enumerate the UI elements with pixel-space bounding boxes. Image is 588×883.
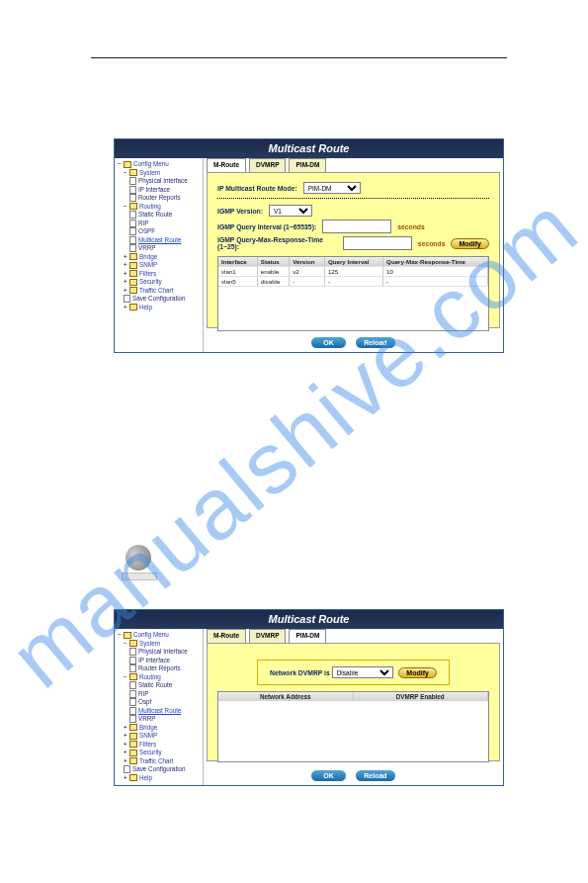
tree-item[interactable]: +Filters <box>118 270 201 279</box>
tree-item[interactable]: +SNMP <box>118 732 201 741</box>
tree-routing[interactable]: −Routing <box>118 673 201 682</box>
page-icon <box>129 236 136 244</box>
tree-item[interactable]: IP Interface <box>118 657 201 665</box>
tab-mroute[interactable]: M-Route <box>207 629 246 643</box>
version-row: IGMP Version: V1 <box>217 205 489 217</box>
tree-root[interactable]: −Config Menu <box>118 631 201 640</box>
feather-icon <box>122 541 156 575</box>
tree-item[interactable]: VRRP <box>118 244 201 253</box>
tree-label: SNMP <box>139 732 157 739</box>
tree-label: Security <box>139 278 162 285</box>
config-tree: −Config Menu −System Physical Interface … <box>115 158 204 352</box>
cell: - <box>290 277 325 287</box>
tree-label: RIP <box>138 220 149 226</box>
tree-label: Filters <box>139 741 156 748</box>
tree-item[interactable]: Static Route <box>118 681 201 690</box>
ok-button[interactable]: OK <box>311 770 346 781</box>
max-response-input[interactable] <box>343 236 412 250</box>
tree-item[interactable]: +SNMP <box>118 261 201 270</box>
tree-item-multicast[interactable]: Multicast Route <box>118 236 201 245</box>
tree-item[interactable]: +Security <box>118 278 201 287</box>
tree-item[interactable]: +Security <box>118 749 201 757</box>
col-status: Status <box>257 257 289 267</box>
tree-item[interactable]: Physical Interface <box>118 648 201 657</box>
tree-item[interactable]: Save Configuration <box>118 295 201 304</box>
tree-system[interactable]: −System <box>118 169 201 178</box>
dvmrp-select[interactable]: Disable <box>332 666 393 678</box>
tree-item[interactable]: Router Reports <box>118 664 201 673</box>
page-icon <box>129 220 136 227</box>
reload-button[interactable]: Reload <box>356 337 394 348</box>
table-row[interactable]: vlan5 disable - - - <box>218 277 488 287</box>
tree-item[interactable]: +Traffic Chart <box>118 287 201 296</box>
version-select[interactable]: V1 <box>269 205 312 217</box>
mode-select[interactable]: PIM-DM <box>303 182 361 194</box>
tree-item[interactable]: Router Reports <box>118 194 201 203</box>
tree-item[interactable]: OSPF <box>118 227 201 236</box>
version-label: IGMP Version: <box>217 208 263 215</box>
max-response-label: IGMP Query-Max-Response-Time (1~25): <box>217 236 337 250</box>
tree-item-multicast[interactable]: Multicast Route <box>118 707 201 716</box>
bottom-button-bar: OK Reload <box>204 331 503 349</box>
cell: vlan1 <box>218 267 257 277</box>
page-icon <box>129 244 136 252</box>
table-row[interactable]: vlan1 enable v2 125 10 <box>218 267 488 277</box>
multicast-route-window-1: Multicast Route −Config Menu −System Phy… <box>114 138 504 353</box>
tree-label: VRRP <box>138 715 156 722</box>
tree-label: System <box>139 640 160 647</box>
modify-button[interactable]: Modify <box>451 238 489 249</box>
top-rule <box>91 57 507 58</box>
page-icon <box>129 177 136 185</box>
tree-item[interactable]: Ospf <box>118 698 201 707</box>
folder-icon <box>129 262 137 269</box>
folder-icon <box>129 724 137 731</box>
tab-dvmrp[interactable]: DVMRP <box>249 158 286 172</box>
tree-label: Filters <box>139 270 156 277</box>
tab-pimdm[interactable]: PIM-DM <box>289 158 326 172</box>
tab-pimdm[interactable]: PIM-DM <box>289 629 326 643</box>
tree-routing[interactable]: −Routing <box>118 203 201 212</box>
page-icon <box>129 681 136 689</box>
tree-item[interactable]: +Traffic Chart <box>118 757 201 766</box>
tree-label: Static Route <box>138 681 172 688</box>
tree-label: Help <box>139 774 152 781</box>
folder-icon <box>124 161 131 168</box>
tree-item[interactable]: RIP <box>118 690 201 699</box>
tree-label: Routing <box>139 673 161 680</box>
tab-dvmrp[interactable]: DVMRP <box>249 629 286 643</box>
tree-item[interactable]: +Help <box>118 774 201 783</box>
page-icon <box>129 186 136 194</box>
folder-icon <box>129 287 137 294</box>
modify-button[interactable]: Modify <box>398 667 437 678</box>
tree-item[interactable]: Save Configuration <box>118 765 201 774</box>
folder-icon <box>129 741 137 748</box>
tree-item[interactable]: +Bridge <box>118 724 201 733</box>
tree-label: Router Reports <box>138 194 181 201</box>
tree-label: Physical Interface <box>138 177 188 184</box>
tree-label: Traffic Chart <box>139 287 173 294</box>
tree-label: RIP <box>138 690 149 697</box>
page-icon <box>129 707 136 715</box>
tree-item[interactable]: IP Interface <box>118 186 201 195</box>
folder-icon <box>129 304 137 310</box>
tab-mroute[interactable]: M-Route <box>207 158 246 172</box>
folder-icon <box>129 640 137 647</box>
query-interval-input[interactable] <box>322 220 391 233</box>
tree-item[interactable]: +Bridge <box>118 253 201 262</box>
tree-item[interactable]: RIP <box>118 220 201 228</box>
dvmrp-table: Network Address DVMRP Enabled <box>217 691 489 762</box>
tree-item[interactable]: +Help <box>118 304 201 312</box>
folder-icon <box>124 632 131 639</box>
tree-system[interactable]: −System <box>118 640 201 649</box>
tree-item[interactable]: Static Route <box>118 211 201 220</box>
tree-item[interactable]: Physical Interface <box>118 177 201 186</box>
col-query-interval: Query Interval <box>324 257 382 267</box>
folder-icon <box>129 253 137 260</box>
table-header-row: Interface Status Version Query Interval … <box>218 257 488 267</box>
tree-label: Bridge <box>139 724 157 731</box>
tree-item[interactable]: +Filters <box>118 741 201 750</box>
tree-root[interactable]: −Config Menu <box>118 160 201 169</box>
tree-item[interactable]: VRRP <box>118 715 201 724</box>
reload-button[interactable]: Reload <box>356 770 394 781</box>
ok-button[interactable]: OK <box>311 337 346 348</box>
